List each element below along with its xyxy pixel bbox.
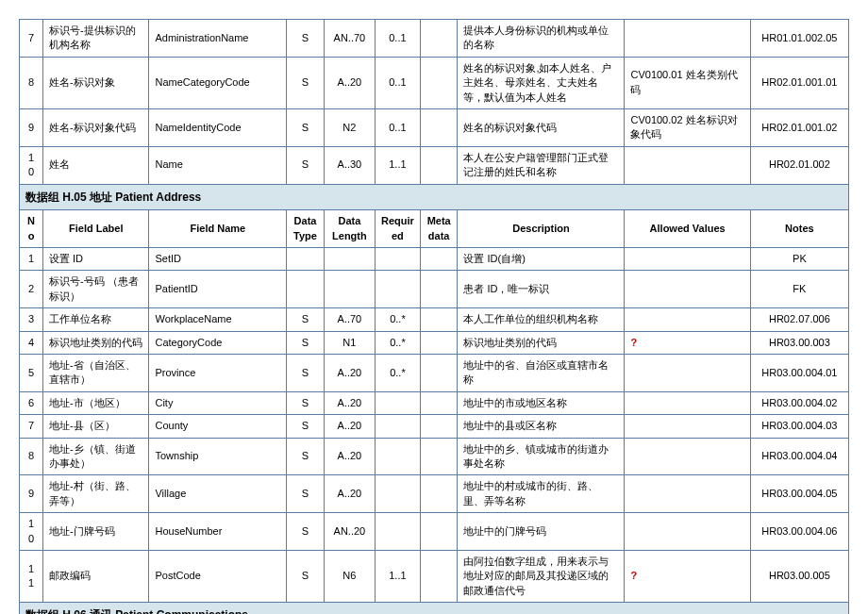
cell: HR03.00.004.01: [750, 355, 848, 392]
cell: [625, 415, 750, 438]
cell: 地址-省（自治区、直辖市）: [42, 355, 148, 392]
cell: 10: [20, 513, 43, 551]
column-header: Field Label: [42, 210, 148, 248]
column-header: Meta data: [420, 210, 458, 248]
cell: [625, 391, 750, 414]
cell: NameIdentityCode: [149, 108, 287, 146]
cell: CategoryCode: [149, 331, 287, 354]
cell: S: [287, 415, 325, 438]
cell: 设置 ID(自增): [458, 248, 625, 271]
cell: CV0100.01 姓名类别代码: [625, 57, 750, 108]
cell: 地址-市（地区）: [42, 391, 148, 414]
cell: City: [149, 391, 287, 414]
cell: [420, 391, 458, 414]
cell: [625, 355, 750, 392]
cell: 6: [20, 391, 43, 414]
cell: S: [287, 355, 325, 392]
cell: FK: [750, 271, 848, 308]
cell: [420, 108, 458, 146]
cell: 标识地址类别的代码: [42, 331, 148, 354]
cell: S: [287, 57, 325, 108]
cell: [420, 57, 458, 108]
cell: 由阿拉伯数字组成，用来表示与地址对应的邮局及其投递区域的邮政通信代号: [458, 550, 625, 602]
cell: [375, 415, 420, 438]
cell: [625, 271, 750, 308]
cell: 邮政编码: [42, 550, 148, 602]
table-row: 9地址-村（街、路、弄等）VillageSA..20地址中的村或城市的街、路、里…: [20, 475, 849, 513]
column-header: Data Type: [287, 210, 325, 248]
column-header: No: [20, 210, 43, 248]
cell: 提供本人身份标识的机构或单位的名称: [458, 20, 625, 58]
cell: PatientID: [149, 271, 287, 308]
cell: [420, 20, 458, 58]
cell: 姓名-标识对象: [42, 57, 148, 108]
cell: 患者 ID，唯一标识: [458, 271, 625, 308]
cell: HR03.00.004.03: [750, 415, 848, 438]
cell: [375, 271, 420, 308]
cell: 8: [20, 57, 43, 108]
cell: A..30: [324, 146, 375, 184]
cell: 1: [20, 248, 43, 271]
cell: 地址-村（街、路、弄等）: [42, 475, 148, 513]
cell: [324, 271, 375, 308]
cell: S: [287, 550, 325, 602]
cell: AN..70: [324, 20, 375, 58]
table-row: 3工作单位名称WorkplaceNameSA..700..*本人工作单位的组织机…: [20, 308, 849, 331]
column-header: Data Length: [324, 210, 375, 248]
cell: 地址-县（区）: [42, 415, 148, 438]
cell: N2: [324, 108, 375, 146]
cell: [420, 146, 458, 184]
cell: 地址-乡（镇、街道办事处）: [42, 438, 148, 475]
group-header: 数据组 H.06 通讯 Patient Communications: [20, 603, 849, 614]
cell: A..20: [324, 475, 375, 513]
cell: 姓名的标识对象代码: [458, 108, 625, 146]
cell: 姓名-标识对象代码: [42, 108, 148, 146]
cell: HR03.00.003: [750, 331, 848, 354]
cell: A..70: [324, 308, 375, 331]
cell: [420, 475, 458, 513]
cell: County: [149, 415, 287, 438]
cell: 1..1: [375, 550, 420, 602]
cell: S: [287, 331, 325, 354]
cell: PostCode: [149, 550, 287, 602]
cell: HR03.00.004.06: [750, 513, 848, 551]
cell: HR01.01.002.05: [750, 20, 848, 58]
cell: 4: [20, 331, 43, 354]
cell: [287, 271, 325, 308]
cell: S: [287, 475, 325, 513]
cell: [625, 20, 750, 58]
cell: S: [287, 20, 325, 58]
cell: ?: [625, 550, 750, 602]
cell: 本人在公安户籍管理部门正式登记注册的姓氏和名称: [458, 146, 625, 184]
cell: HR03.00.004.04: [750, 438, 848, 475]
cell: [625, 308, 750, 331]
cell: 11: [20, 550, 43, 602]
cell: [420, 248, 458, 271]
cell: A..20: [324, 391, 375, 414]
cell: 标识地址类别的代码: [458, 331, 625, 354]
cell: N1: [324, 331, 375, 354]
cell: [287, 248, 325, 271]
cell: [625, 438, 750, 475]
cell: [420, 415, 458, 438]
cell: 标识号-号码 （患者标识）: [42, 271, 148, 308]
cell: S: [287, 438, 325, 475]
header-row: NoField LabelField NameData TypeData Len…: [20, 210, 849, 248]
cell: [420, 550, 458, 602]
cell: NameCategoryCode: [149, 57, 287, 108]
column-header: Description: [458, 210, 625, 248]
cell: 姓名的标识对象,如本人姓名、户主姓名、母亲姓名、丈夫姓名等，默认值为本人姓名: [458, 57, 625, 108]
cell: 地址中的村或城市的街、路、里、弄等名称: [458, 475, 625, 513]
cell: 9: [20, 475, 43, 513]
cell: 0..*: [375, 331, 420, 354]
cell: HR02.01.001.02: [750, 108, 848, 146]
cell: Province: [149, 355, 287, 392]
cell: Township: [149, 438, 287, 475]
table-row: 8姓名-标识对象NameCategoryCodeSA..200..1姓名的标识对…: [20, 57, 849, 108]
cell: 9: [20, 108, 43, 146]
cell: PK: [750, 248, 848, 271]
table-row: 11邮政编码PostCodeSN61..1由阿拉伯数字组成，用来表示与地址对应的…: [20, 550, 849, 602]
cell: 0..1: [375, 20, 420, 58]
cell: 本人工作单位的组织机构名称: [458, 308, 625, 331]
cell: 5: [20, 355, 43, 392]
